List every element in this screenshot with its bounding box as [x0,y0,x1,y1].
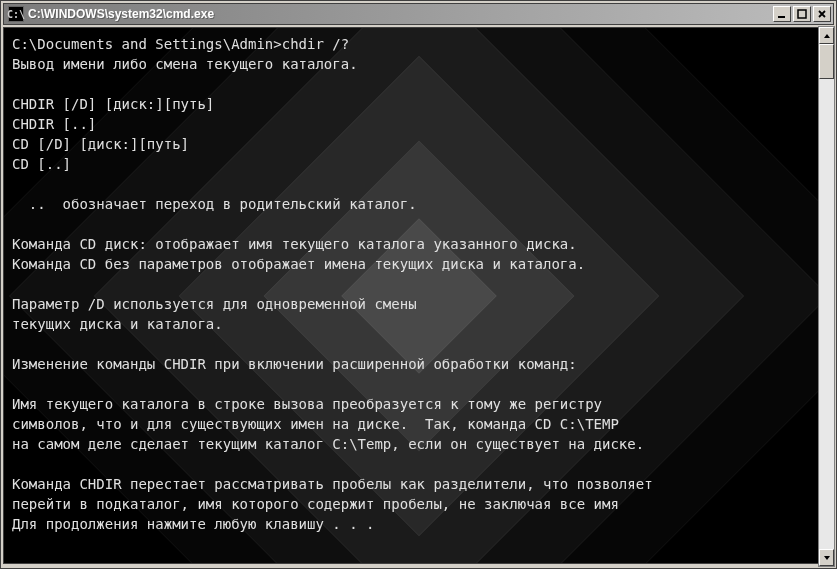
scroll-up-button[interactable] [819,27,834,44]
svg-rect-1 [798,10,806,18]
scroll-down-button[interactable] [819,549,834,566]
scroll-thumb[interactable] [819,44,834,79]
console-output: C:\Documents and Settings\Admin>chdir /?… [4,28,833,540]
window-controls [771,6,831,22]
cmd-window: C:\ C:\WINDOWS\system32\cmd.exe C:\Docum… [0,0,837,569]
window-title: C:\WINDOWS\system32\cmd.exe [28,7,771,21]
cmd-icon: C:\ [8,6,24,22]
svg-rect-0 [778,16,785,18]
close-button[interactable] [813,6,831,22]
vertical-scrollbar[interactable] [818,26,835,567]
maximize-button[interactable] [793,6,811,22]
titlebar[interactable]: C:\ C:\WINDOWS\system32\cmd.exe [3,3,834,25]
scroll-track[interactable] [819,44,834,549]
minimize-button[interactable] [773,6,791,22]
console-viewport[interactable]: C:\Documents and Settings\Admin>chdir /?… [3,27,834,564]
